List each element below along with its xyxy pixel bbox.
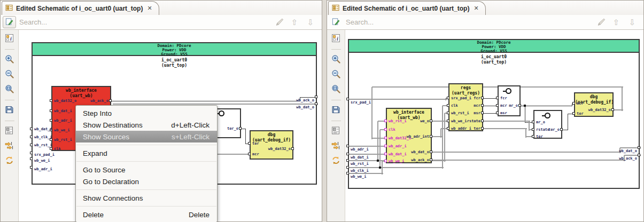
search-input[interactable] — [18, 18, 271, 27]
pin-mcr[interactable] — [481, 104, 484, 107]
pin-wb_dat32_o[interactable] — [611, 108, 614, 111]
wire-segment[interactable] — [217, 154, 251, 155]
tab-close-icon[interactable]: ✕ — [147, 5, 152, 12]
pin-mr_o[interactable] — [518, 104, 521, 107]
wire-segment[interactable] — [622, 87, 623, 111]
pin-wb_clk_i[interactable] — [30, 136, 33, 138]
wire-segment[interactable] — [113, 104, 318, 105]
pin-we_o[interactable] — [430, 120, 432, 122]
save-button[interactable] — [3, 105, 16, 116]
search-prev-icon[interactable]: ⇧ — [609, 18, 623, 26]
pin-fcr[interactable] — [496, 97, 499, 99]
menu-item-step-into[interactable]: Step Into — [76, 107, 217, 119]
pin-rstate[interactable] — [481, 120, 484, 122]
pin-wb_addr_i[interactable] — [447, 127, 449, 130]
pin-wb_we_i[interactable] — [346, 172, 349, 175]
search-input[interactable] — [345, 18, 593, 27]
pin-wb_dat_o[interactable] — [315, 102, 317, 105]
pin-ter[interactable] — [248, 142, 251, 145]
pin-wb_ack_o[interactable] — [430, 158, 432, 161]
pin-wb_dat32_o[interactable] — [384, 137, 387, 139]
zoom-fit-button[interactable] — [3, 84, 16, 96]
pin-clk[interactable] — [447, 104, 449, 107]
wire-segment[interactable] — [348, 99, 447, 100]
pin-wb_ack_o[interactable] — [109, 99, 112, 102]
menu-item-delete[interactable]: DeleteDelete — [76, 209, 217, 220]
pin-mr_o[interactable] — [532, 121, 534, 123]
signals-button[interactable] — [330, 140, 343, 152]
wire-segment[interactable] — [483, 121, 530, 122]
search-prev-icon[interactable]: ⇧ — [288, 18, 301, 26]
pin-wb_adr_i[interactable] — [384, 145, 387, 147]
pin-srx_pad_i[interactable] — [30, 152, 33, 154]
pin-ter_o[interactable] — [560, 128, 563, 131]
pin-wb_ack_o[interactable] — [315, 96, 317, 98]
signals-button[interactable] — [3, 140, 16, 152]
pin-ter_o[interactable] — [239, 127, 242, 130]
wire-segment[interactable] — [521, 106, 572, 106]
wire-segment[interactable] — [483, 128, 527, 129]
pin-ter[interactable] — [532, 135, 534, 138]
zoom-in-button[interactable] — [330, 54, 343, 66]
save-button[interactable] — [330, 105, 343, 116]
zoom-out-button[interactable] — [330, 69, 343, 81]
pin-wb_adr_i[interactable] — [30, 166, 33, 169]
properties-button[interactable]: i — [330, 33, 343, 45]
wire-segment[interactable] — [371, 87, 373, 139]
pin-wb_dat_o[interactable] — [430, 150, 432, 153]
pin-clk[interactable] — [50, 147, 52, 150]
wire-segment[interactable] — [440, 129, 441, 138]
wire-segment[interactable] — [377, 121, 378, 162]
properties-button[interactable]: i — [3, 33, 16, 45]
wire-segment[interactable] — [348, 154, 387, 155]
pin-wb_rst_i[interactable] — [384, 120, 387, 122]
pin-msr[interactable] — [481, 112, 484, 114]
tab-close-icon[interactable]: ✕ — [474, 5, 478, 12]
wire-segment[interactable] — [382, 161, 383, 175]
wire-segment[interactable] — [348, 146, 387, 147]
clear-search-icon[interactable] — [595, 17, 607, 28]
pin-wb_dat_i[interactable] — [346, 153, 349, 155]
zoom-out-button[interactable] — [3, 69, 16, 81]
pin-wb_dat32_o[interactable] — [291, 147, 294, 150]
pin-wb_we_i[interactable] — [447, 120, 449, 122]
pin-mcr[interactable] — [572, 102, 575, 105]
options-button[interactable] — [330, 125, 343, 137]
pin-fcr[interactable] — [481, 97, 484, 99]
menu-item-show-connections[interactable]: Show Connections — [76, 192, 217, 204]
tab-edited-schematic[interactable]: Edited Schematic of i_oc_uart0 (uart_top… — [328, 1, 486, 15]
menu-item-go-to-source[interactable]: Go to Source — [76, 164, 217, 176]
menu-item-show-destinations[interactable]: Show Destinationsd+Left-Click — [76, 119, 217, 131]
pin-srx_pad_i[interactable] — [346, 98, 349, 100]
pin-clk[interactable] — [384, 128, 387, 131]
wire-segment[interactable] — [379, 130, 381, 169]
pin-rstate[interactable] — [532, 128, 534, 131]
pin-wb_rst_i[interactable] — [447, 112, 449, 114]
menu-item-go-to-declaration[interactable]: Go to Declaration — [76, 176, 217, 187]
pin-mcr[interactable] — [248, 153, 251, 155]
pin-wb_ack_o[interactable] — [638, 154, 640, 156]
wire-segment[interactable] — [568, 114, 568, 130]
pin-wb_adr_i[interactable] — [346, 145, 349, 147]
pin-msr[interactable] — [496, 112, 499, 114]
pin-ter[interactable] — [481, 127, 484, 130]
options-button[interactable] — [3, 125, 16, 137]
pin-wb_dat32_o[interactable] — [50, 99, 52, 102]
pin-wb_clk_i[interactable] — [346, 166, 349, 169]
wire-segment[interactable] — [348, 167, 444, 168]
pin-wb_dat_o[interactable] — [638, 146, 640, 149]
wire-segment[interactable] — [348, 173, 383, 174]
pin-wb_dat_i[interactable] — [30, 128, 33, 130]
search-next-icon[interactable]: ⇩ — [304, 18, 317, 26]
pin-wb_rst_i[interactable] — [346, 159, 349, 162]
menu-item-show-sources[interactable]: Show Sourcess+Left-Click — [76, 131, 217, 142]
pin-wb_rst_i[interactable] — [30, 144, 33, 146]
pin-wb_adr_int[interactable] — [430, 135, 432, 138]
annotate-button[interactable] — [329, 16, 343, 28]
menu-item-expand[interactable]: Expand — [76, 147, 217, 159]
annotate-button[interactable] — [3, 16, 16, 28]
pin-wb_dat_i[interactable] — [384, 153, 387, 155]
pin-mcr[interactable] — [496, 104, 499, 107]
pin-wb_dat_i[interactable] — [50, 109, 52, 112]
zoom-in-button[interactable] — [3, 54, 16, 66]
